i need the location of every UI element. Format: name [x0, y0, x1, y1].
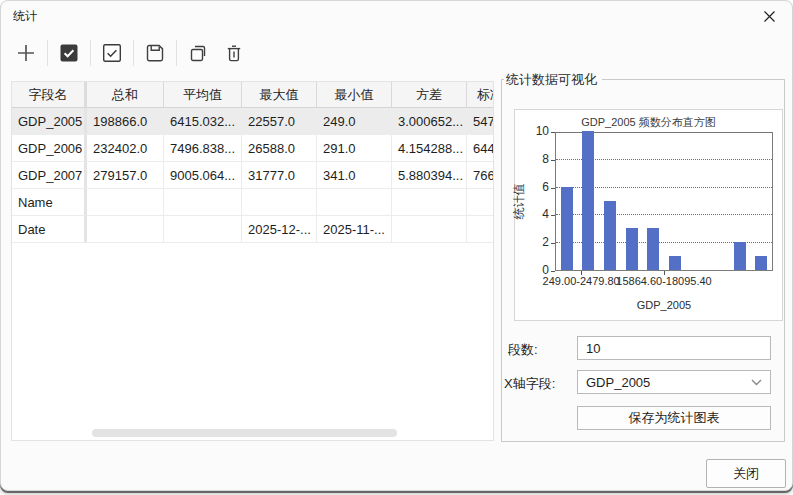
table-cell: 9005.064... [164, 162, 242, 189]
table-cell: 291.0 [317, 135, 392, 162]
table-cell [317, 189, 392, 216]
x-tick-label: 249.00-2479.80 [543, 275, 620, 287]
y-tick-label: 10 [525, 124, 549, 138]
column-header: 总和 [87, 82, 164, 108]
table-cell [87, 189, 164, 216]
table-cell: 198866.0 [87, 108, 164, 135]
copy-icon [187, 42, 209, 64]
toolbar-separator [90, 40, 91, 66]
table-cell: Date [12, 216, 87, 243]
statistics-table: 字段名总和平均值最大值最小值方差标准差 GDP_2005198866.06415… [11, 81, 494, 441]
table-cell [467, 216, 494, 243]
histogram-bar [582, 131, 594, 270]
horizontal-scrollbar[interactable] [92, 429, 397, 437]
y-tick-label: 6 [525, 180, 549, 194]
checkbox-outline-icon [101, 42, 123, 64]
y-tick-mark [551, 160, 555, 161]
chevron-down-icon [751, 379, 762, 386]
table-row[interactable]: GDP_2006232402.07496.838...26588.0291.04… [12, 135, 494, 162]
delete-button[interactable] [219, 38, 249, 68]
toolbar-separator [47, 40, 48, 66]
y-tick-label: 8 [525, 152, 549, 166]
table-cell: 3.000652... [392, 108, 467, 135]
column-header: 最大值 [242, 82, 317, 108]
table-row[interactable]: GDP_2005198866.06415.032...22557.0249.03… [12, 108, 494, 135]
table-cell: 22557.0 [242, 108, 317, 135]
y-tick-mark [551, 271, 555, 272]
table-cell [87, 216, 164, 243]
panel-title: 统计数据可视化 [504, 71, 602, 89]
table-cell: 7496.838... [164, 135, 242, 162]
bins-input[interactable] [577, 336, 771, 360]
toolbar-separator [176, 40, 177, 66]
table-cell: 2025-11-... [317, 216, 392, 243]
toolbar-separator [133, 40, 134, 66]
histogram-bar [669, 256, 681, 270]
table-cell [242, 189, 317, 216]
x-tick-label: 15864.60-18095.40 [616, 275, 711, 287]
table-cell: 7668 [467, 162, 494, 189]
table-row[interactable]: Name [12, 189, 494, 216]
table-cell: 6415.032... [164, 108, 242, 135]
column-header: 标准差 [467, 82, 494, 108]
histogram-chart: GDP_2005 频数分布直方图 统计值 0246810 249.00-2479… [514, 109, 783, 321]
table-row[interactable]: Date2025-12-...2025-11-... [12, 216, 494, 243]
invert-selection-button[interactable] [97, 38, 127, 68]
select-all-button[interactable] [54, 38, 84, 68]
save-icon [144, 42, 166, 64]
save-button[interactable] [140, 38, 170, 68]
add-field-button[interactable] [11, 38, 41, 68]
y-tick-mark [551, 188, 555, 189]
bins-label: 段数: [508, 341, 538, 359]
table-cell: 31777.0 [242, 162, 317, 189]
table-cell [164, 189, 242, 216]
histogram-bar [647, 228, 659, 270]
histogram-bar [561, 187, 573, 270]
titlebar: 统计 [1, 1, 792, 31]
y-tick-mark [551, 243, 555, 244]
y-tick-label: 4 [525, 207, 549, 221]
xfield-value: GDP_2005 [586, 375, 650, 390]
table-cell: 6445 [467, 135, 494, 162]
table-cell [164, 216, 242, 243]
histogram-bar [755, 256, 767, 270]
column-header: 方差 [392, 82, 467, 108]
save-chart-button[interactable]: 保存为统计图表 [577, 406, 771, 430]
copy-button[interactable] [183, 38, 213, 68]
x-tick-mark [581, 271, 582, 275]
table-cell [392, 189, 467, 216]
table-cell: GDP_2007 [12, 162, 87, 189]
table-cell: 249.0 [317, 108, 392, 135]
table-cell: 5.880394... [392, 162, 467, 189]
table-cell: GDP_2005 [12, 108, 87, 135]
column-header: 平均值 [164, 82, 242, 108]
toolbar [11, 37, 249, 69]
table-cell [392, 216, 467, 243]
window-title: 统计 [13, 8, 37, 25]
close-button[interactable]: 关闭 [706, 459, 786, 488]
x-axis-label: GDP_2005 [555, 299, 773, 311]
close-icon[interactable] [761, 8, 777, 24]
checkbox-checked-icon [58, 42, 80, 64]
table-cell: Name [12, 189, 87, 216]
table-cell: 2025-12-... [242, 216, 317, 243]
table-cell: 341.0 [317, 162, 392, 189]
column-header: 最小值 [317, 82, 392, 108]
y-tick-mark [551, 132, 555, 133]
y-tick-label: 2 [525, 235, 549, 249]
xfield-select[interactable]: GDP_2005 [577, 370, 771, 394]
column-header: 字段名 [12, 82, 87, 108]
plus-icon [15, 42, 37, 64]
plot-area [555, 132, 773, 271]
table-cell: 232402.0 [87, 135, 164, 162]
histogram-bar [734, 242, 746, 270]
trash-icon [223, 42, 245, 64]
y-tick-mark [551, 215, 555, 216]
statistics-dialog: 统计 字段名总和平均值最大值最小值方差标准差 GDP_2005198 [0, 0, 793, 491]
table-cell: 279157.0 [87, 162, 164, 189]
table-row[interactable]: GDP_2007279157.09005.064...31777.0341.05… [12, 162, 494, 189]
xfield-label: X轴字段: [504, 375, 555, 393]
table-cell [467, 189, 494, 216]
table-header: 字段名总和平均值最大值最小值方差标准差 [12, 82, 493, 108]
histogram-bar [604, 201, 616, 271]
